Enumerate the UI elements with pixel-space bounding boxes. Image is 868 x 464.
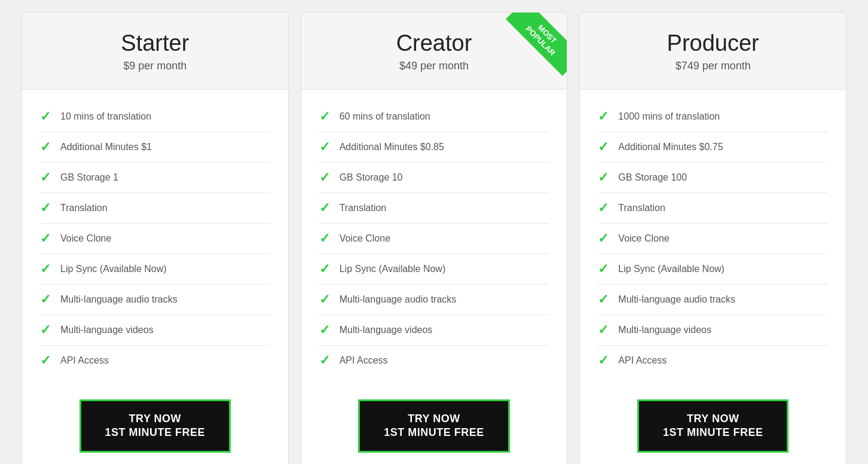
feature-item: ✓Lip Sync (Available Now) [598,254,828,285]
feature-item: ✓Voice Clone [598,224,828,254]
checkmark-icon: ✓ [40,110,51,123]
feature-text: Translation [340,203,387,213]
feature-text: Multi-language audio tracks [60,294,178,305]
feature-item: ✓1000 mins of translation [598,102,828,132]
feature-item: ✓Additional Minutes $1 [40,132,270,163]
checkmark-icon: ✓ [40,354,51,367]
feature-text: Multi-language audio tracks [618,294,735,305]
checkmark-icon: ✓ [40,323,51,337]
plan-card-creator: MOST POPULARCreator$49 per month✓60 mins… [301,12,568,464]
feature-text: Lip Sync (Available Now) [618,264,725,274]
feature-item: ✓GB Storage 1 [40,163,270,193]
checkmark-icon: ✓ [319,323,330,337]
checkmark-icon: ✓ [598,141,609,154]
feature-item: ✓Voice Clone [319,224,549,254]
pricing-section: Starter$9 per month✓10 mins of translati… [16,12,852,464]
feature-text: Translation [60,203,108,213]
cta-button-starter[interactable]: TRY NOW1st MINUTE FREE [80,399,231,453]
checkmark-icon: ✓ [598,202,609,215]
feature-item: ✓API Access [40,346,270,376]
plan-price: $9 per month [34,60,276,72]
feature-text: Lip Sync (Available Now) [340,264,446,274]
plan-features-list: ✓60 mins of translation✓Additional Minut… [301,90,567,387]
feature-text: Multi-language audio tracks [340,294,457,305]
plan-features-list: ✓1000 mins of translation✓Additional Min… [580,90,846,387]
feature-item: ✓Additional Minutes $0.75 [598,132,828,163]
feature-text: Multi-language videos [618,325,711,335]
feature-item: ✓Lip Sync (Available Now) [319,254,549,285]
checkmark-icon: ✓ [319,141,330,154]
checkmark-icon: ✓ [319,110,330,123]
cta-button-creator[interactable]: TRY NOW1st MINUTE FREE [358,399,510,453]
feature-item: ✓10 mins of translation [40,102,270,132]
feature-item: ✓Additional Minutes $0.85 [319,132,549,163]
checkmark-icon: ✓ [598,323,609,337]
feature-text: Additional Minutes $0.75 [618,142,723,152]
feature-text: Voice Clone [340,233,390,244]
feature-text: GB Storage 1 [60,172,118,183]
checkmark-icon: ✓ [598,262,609,276]
checkmark-icon: ✓ [40,202,51,215]
feature-text: Voice Clone [618,233,669,244]
plan-cta-area: TRY NOW1st MINUTE FREE [580,387,846,464]
plan-header-starter: Starter$9 per month [22,13,288,90]
feature-item: ✓GB Storage 100 [598,163,828,193]
plan-price: $49 per month [313,60,555,72]
plan-card-producer: Producer$749 per month✓1000 mins of tran… [579,12,846,464]
checkmark-icon: ✓ [40,141,51,154]
feature-text: 60 mins of translation [340,111,430,122]
feature-text: Additional Minutes $0.85 [340,142,444,152]
plan-name: Starter [34,30,276,56]
feature-item: ✓Multi-language videos [319,315,549,346]
feature-item: ✓Translation [40,193,270,224]
feature-text: Additional Minutes $1 [60,142,152,152]
feature-item: ✓Lip Sync (Available Now) [40,254,270,285]
feature-text: Lip Sync (Available Now) [60,264,167,274]
feature-item: ✓API Access [319,346,549,376]
checkmark-icon: ✓ [40,232,51,245]
feature-text: GB Storage 100 [618,172,687,183]
feature-item: ✓Multi-language audio tracks [40,285,270,315]
plan-header-producer: Producer$749 per month [580,13,846,90]
feature-item: ✓Multi-language audio tracks [598,285,828,315]
feature-item: ✓API Access [598,346,828,376]
checkmark-icon: ✓ [319,262,330,276]
checkmark-icon: ✓ [319,202,330,215]
cta-button-producer[interactable]: TRY NOW1st MINUTE FREE [637,399,789,453]
checkmark-icon: ✓ [598,171,609,184]
checkmark-icon: ✓ [598,110,609,123]
checkmark-icon: ✓ [598,232,609,245]
plan-cta-area: TRY NOW1st MINUTE FREE [301,387,567,464]
feature-item: ✓60 mins of translation [319,102,549,132]
feature-text: 1000 mins of translation [618,111,720,122]
plan-card-starter: Starter$9 per month✓10 mins of translati… [22,12,289,464]
checkmark-icon: ✓ [40,293,51,306]
plan-name: Producer [592,30,834,56]
plan-price: $749 per month [592,60,834,72]
feature-item: ✓GB Storage 10 [319,163,549,193]
feature-text: API Access [340,355,388,366]
feature-text: Multi-language videos [340,325,433,335]
feature-item: ✓Multi-language audio tracks [319,285,549,315]
feature-item: ✓Translation [319,193,549,224]
feature-text: Voice Clone [60,233,111,244]
feature-item: ✓Voice Clone [40,224,270,254]
feature-text: API Access [618,355,667,366]
plan-name: Creator [313,30,555,56]
plan-cta-area: TRY NOW1st MINUTE FREE [22,387,288,464]
feature-item: ✓Multi-language videos [598,315,828,346]
feature-text: GB Storage 10 [340,172,403,183]
checkmark-icon: ✓ [319,293,330,306]
plan-header-creator: Creator$49 per month [301,13,567,90]
plan-features-list: ✓10 mins of translation✓Additional Minut… [22,90,288,387]
checkmark-icon: ✓ [40,262,51,276]
feature-item: ✓Multi-language videos [40,315,270,346]
checkmark-icon: ✓ [319,354,330,367]
checkmark-icon: ✓ [319,232,330,245]
checkmark-icon: ✓ [598,293,609,306]
feature-item: ✓Translation [598,193,828,224]
checkmark-icon: ✓ [319,171,330,184]
checkmark-icon: ✓ [40,171,51,184]
feature-text: API Access [60,355,109,366]
checkmark-icon: ✓ [598,354,609,367]
